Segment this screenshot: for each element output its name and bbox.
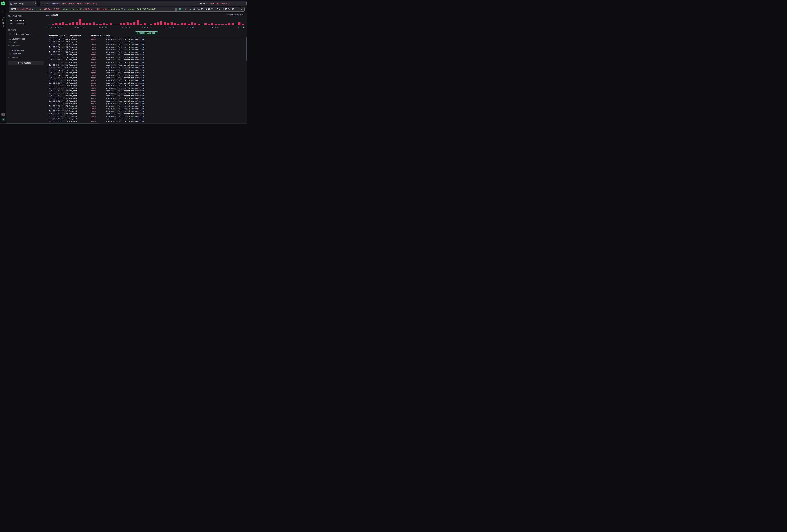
row-expand-chevron-icon[interactable]: ›	[46, 51, 49, 54]
table-row[interactable]: ›Jun 11 1:52:35.232 PMpaymenterrorVisa c…	[46, 97, 247, 100]
filter-checkbox[interactable]	[9, 52, 11, 55]
table-row[interactable]: ›Jun 11 1:53:10.922 PMpaymenterrorVisa c…	[46, 87, 247, 89]
source-select[interactable]: Demo Logs	[9, 1, 36, 6]
table-row[interactable]: ›Jun 11 1:55:16.296 PMpaymenterrorVisa c…	[46, 59, 247, 61]
table-row[interactable]: ›Jun 11 1:51:57.712 PMpaymenterrorVisa c…	[46, 110, 247, 112]
histogram-bar[interactable]	[211, 23, 213, 25]
analysis-mode-results-table[interactable]: Results Table	[8, 19, 44, 22]
histogram-bar[interactable]	[83, 23, 85, 25]
run-query-button[interactable]: ▷	[240, 7, 244, 12]
language-toggle-lucene[interactable]: Lucene	[185, 8, 192, 10]
histogram-bar[interactable]	[232, 23, 234, 25]
table-row[interactable]: ›Jun 11 1:56:38.534 PMpaymenterrorVisa c…	[46, 41, 247, 43]
histogram-bar[interactable]	[120, 23, 122, 25]
row-expand-chevron-icon[interactable]: ›	[46, 79, 49, 82]
table-options-icon[interactable]: ⋮	[244, 35, 247, 37]
histogram-bar[interactable]	[181, 23, 183, 25]
select-query-input[interactable]: SELECT Timestamp, ServiceName, SeverityT…	[40, 1, 200, 6]
row-expand-chevron-icon[interactable]: ›	[46, 49, 49, 51]
table-row[interactable]: ›Jun 11 1:51:22.457 PMpaymenterrorVisa c…	[46, 123, 247, 123]
histogram-bar[interactable]	[191, 22, 193, 25]
gear-icon[interactable]: ⚙	[35, 2, 37, 4]
analysis-mode-event-patterns[interactable]: Event Patterns	[8, 22, 44, 25]
col-header-body[interactable]: Body	[106, 35, 244, 37]
table-row[interactable]: ›Jun 11 1:53:24.274 PMpaymenterrorVisa c…	[46, 84, 247, 87]
histogram-bar[interactable]	[133, 22, 135, 25]
col-header-timestamp[interactable]: Timestamp (Local) ⋮	[49, 35, 70, 37]
column-resize-handle[interactable]: ⋮	[88, 35, 90, 36]
row-expand-chevron-icon[interactable]: ›	[46, 107, 49, 110]
table-row[interactable]: ›Jun 11 1:54:26.230 PMpaymenterrorVisa c…	[46, 71, 247, 74]
histogram-bar[interactable]	[86, 23, 88, 25]
user-avatar[interactable]: U	[1, 118, 5, 121]
orderby-input[interactable]: ORDER BY TimestampTime DESC	[198, 1, 247, 6]
row-expand-chevron-icon[interactable]: ›	[46, 121, 49, 123]
table-row[interactable]: ›Jun 11 1:51:47.229 PMpaymenterrorVisa c…	[46, 112, 247, 115]
search-icon[interactable]	[9, 49, 11, 51]
row-expand-chevron-icon[interactable]: ›	[46, 95, 49, 97]
row-expand-chevron-icon[interactable]: ›	[46, 89, 49, 92]
horizontal-scrollbar[interactable]	[0, 123, 247, 124]
row-expand-chevron-icon[interactable]: ›	[46, 82, 49, 84]
table-row[interactable]: ›Jun 11 1:53:26.250 PMpaymenterrorVisa c…	[46, 82, 247, 84]
resume-live-tail-button[interactable]: Resume Live Tail	[135, 31, 158, 34]
search-icon[interactable]	[9, 38, 11, 40]
histogram-bar[interactable]	[76, 22, 78, 25]
table-row[interactable]: ›Jun 11 1:51:43.121 PMpaymenterrorVisa c…	[46, 115, 247, 118]
row-expand-chevron-icon[interactable]: ›	[46, 105, 49, 107]
table-row[interactable]: ›Jun 11 1:55:51.448 PMpaymenterrorVisa c…	[46, 54, 247, 56]
table-row[interactable]: ›Jun 11 1:56:32.843 PMpaymenterrorVisa c…	[46, 43, 247, 46]
histogram-bar[interactable]	[171, 22, 173, 25]
row-expand-chevron-icon[interactable]: ›	[46, 71, 49, 74]
histogram-bar[interactable]	[72, 22, 74, 25]
logs-icon[interactable]	[2, 16, 4, 18]
table-row[interactable]: ›Jun 11 1:52:30.469 PMpaymenterrorVisa c…	[46, 100, 247, 102]
histogram-bar[interactable]	[62, 22, 64, 25]
row-expand-chevron-icon[interactable]: ›	[46, 110, 49, 112]
histogram-bar[interactable]	[110, 23, 112, 25]
histogram-bar[interactable]	[137, 20, 139, 25]
histogram-bar[interactable]	[154, 23, 156, 25]
row-expand-chevron-icon[interactable]: ›	[46, 59, 49, 61]
histogram-bar[interactable]	[127, 22, 129, 25]
table-row[interactable]: ›Jun 11 1:55:59.760 PMpaymenterrorVisa c…	[46, 51, 247, 54]
row-expand-chevron-icon[interactable]: ›	[46, 123, 49, 123]
table-row[interactable]: ›Jun 11 1:51:31.415 PMpaymenterrorVisa c…	[46, 120, 247, 123]
table-row[interactable]: ›Jun 11 1:51:39.115 PMpaymenterrorVisa c…	[46, 118, 247, 120]
histogram-bar[interactable]	[56, 23, 58, 25]
row-expand-chevron-icon[interactable]: ›	[46, 43, 49, 46]
col-header-severitytext[interactable]: SeverityText ⋮	[91, 35, 106, 37]
load-more-button[interactable]: Load more	[8, 45, 44, 47]
histogram-bar[interactable]	[194, 23, 196, 25]
load-more-button[interactable]: Load more	[8, 56, 44, 58]
filter-option-label[interactable]: checkout	[13, 53, 21, 55]
histogram-bar[interactable]	[238, 22, 240, 25]
column-resize-handle[interactable]: ⋮	[104, 35, 105, 36]
histogram-bar[interactable]	[161, 21, 163, 25]
row-expand-chevron-icon[interactable]: ›	[46, 67, 49, 69]
histogram-bar[interactable]	[144, 23, 146, 25]
horizontal-scrollbar-thumb[interactable]	[6, 123, 99, 124]
table-row[interactable]: ›Jun 11 1:54:06.953 PMpaymenterrorVisa c…	[46, 77, 247, 79]
histogram-bar[interactable]	[103, 23, 105, 25]
time-range-picker[interactable]: Jun 11 13:41:52 - Jun 11 13:56:52	[192, 7, 240, 12]
histogram-bar[interactable]	[69, 23, 71, 25]
col-header-servicename[interactable]: ServiceName ⋮	[70, 35, 91, 37]
row-expand-chevron-icon[interactable]: ›	[46, 113, 49, 115]
table-row[interactable]: ›Jun 11 1:54:52.241 PMpaymenterrorVisa c…	[46, 64, 247, 66]
row-expand-chevron-icon[interactable]: ›	[46, 41, 49, 43]
language-toggle-sql[interactable]: SQL	[179, 8, 182, 10]
results-histogram[interactable]: 8 0 Jun 11 1:41:45 PM1:44:00 PM1:45:45 P…	[51, 18, 244, 25]
table-row[interactable]: ›Jun 11 1:53:05.578 PMpaymenterrorVisa c…	[46, 89, 247, 92]
histogram-bar[interactable]	[89, 23, 91, 25]
row-expand-chevron-icon[interactable]: ›	[46, 61, 49, 64]
row-expand-chevron-icon[interactable]: ›	[46, 92, 49, 94]
more-filters-button[interactable]: More filters	[8, 61, 44, 65]
histogram-bar[interactable]	[123, 23, 125, 25]
table-row[interactable]: ›Jun 11 1:54:43.948 PMpaymenterrorVisa c…	[46, 66, 247, 69]
histogram-bar[interactable]	[167, 23, 169, 25]
table-row[interactable]: ›Jun 11 1:56:42.995 PMpaymenterrorVisa c…	[46, 38, 247, 41]
table-row[interactable]: ›Jun 11 1:53:41.873 PMpaymenterrorVisa c…	[46, 79, 247, 82]
histogram-bar[interactable]	[79, 19, 81, 25]
panel-toggle-icon[interactable]	[2, 11, 4, 14]
